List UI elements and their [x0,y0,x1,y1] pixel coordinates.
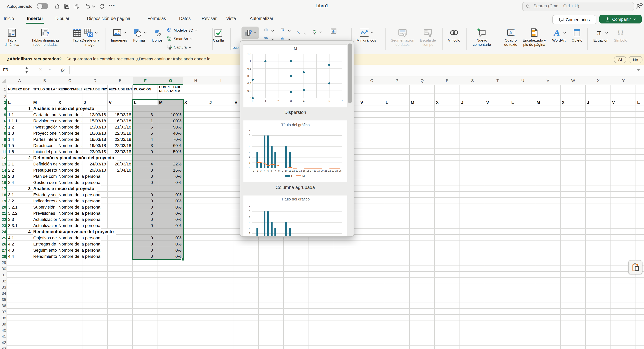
row-header-30[interactable]: 30 [0,266,6,271]
cell[interactable]: Directrices [33,143,56,148]
cell[interactable]: Nombre de la persona [58,210,101,216]
ribbon-item-tablas-dinamicas-recomendadas[interactable]: ?Tablas dinámicasrecomendadas [23,27,68,46]
cell[interactable]: Nombre de la persona [58,223,101,228]
ribbon-item-iconos[interactable]: Iconos [149,27,166,42]
row-header-24[interactable]: 24 [0,229,6,234]
cell[interactable]: 0 [133,247,153,253]
column-header-Z[interactable]: Z [636,77,644,85]
panel-scrollbar-thumb[interactable] [348,43,352,103]
cell[interactable]: 0% [158,210,182,216]
row-header-36[interactable]: 36 [0,303,6,308]
cell[interactable]: 28/03/18 [108,161,131,167]
column-header-U[interactable]: U [510,77,536,85]
column-header-B[interactable]: B [32,77,58,85]
ribbon-item-segmentacion-de-datos[interactable]: Segmentaciónde datos [388,27,418,46]
cell[interactable]: 70% [158,136,182,142]
column-header-C[interactable]: C [57,77,82,85]
cell-dayletter[interactable]: J [587,99,589,105]
cell[interactable]: Nombre de la p [58,149,82,154]
cell[interactable]: Nombre de la p [58,112,82,118]
cell-dayletter[interactable]: M [536,99,540,105]
row-header-4[interactable]: 4 [0,106,6,111]
cell-dayletter[interactable]: V [486,99,489,105]
ribbon-item-graficos-recomendados[interactable]: ? [242,27,259,38]
cell-dayletter[interactable]: M [411,99,414,105]
active-cell-F3[interactable] [133,100,158,105]
cell[interactable]: Nombre de la persona [58,180,101,185]
row-header-43[interactable]: 43 [0,346,6,349]
cell-section-title[interactable]: Análisis e inicio del proyecto [33,106,97,111]
ribbon-item-grafico-dinamico[interactable] [330,28,337,34]
cell[interactable]: 3.3 [8,216,14,222]
column-header-T[interactable]: T [485,77,510,85]
cell[interactable]: 3.2.1 [8,204,18,210]
column-header-G[interactable]: G [158,77,183,85]
name-box-spinner[interactable] [25,66,28,74]
cell-header[interactable]: FECHA DE INICIO [84,86,107,92]
cell-header[interactable]: COMPLETADODE LA TAREA [159,85,182,93]
cell[interactable]: Nombre de la persona [58,192,101,198]
cell[interactable]: 0 [133,198,153,204]
cell[interactable]: 18/03/18 [82,136,106,142]
cell[interactable]: Rendimiento c [33,253,56,259]
cell[interactable]: 90% [158,124,182,130]
cell-dayletter[interactable]: J [84,99,86,105]
cell[interactable]: 0 [133,180,153,185]
cell[interactable]: 1 [133,118,153,124]
row-header-17[interactable]: 17 [0,186,6,191]
cell-dayletter[interactable]: M [159,99,162,105]
cell[interactable]: 0% [158,204,182,210]
cell[interactable]: Investigación [33,124,56,130]
cell[interactable]: Nombre de la persona [58,198,101,204]
ribbon-item-vinculo[interactable]: Vínculo [445,27,463,42]
cell-header[interactable]: DURACIÓN [134,86,157,92]
cell[interactable]: 3.3.1 [8,223,18,228]
ribbon-item-nuevo-comentario[interactable]: Nuevocomentario [470,27,494,46]
cell-header[interactable]: RESPONSABLE D [58,86,82,92]
cell-dayletter[interactable]: L [386,99,388,105]
ribbon-item-grafico-relleno[interactable] [281,28,291,34]
tab-disposición-de-página[interactable]: Disposición de página [86,15,131,21]
cell[interactable]: Indicadores cl [33,198,56,204]
cell-dayletter[interactable]: X [58,99,61,105]
row-header-28[interactable]: 28 [0,254,6,258]
banner-yes-button[interactable]: Sí [614,56,626,63]
row-header-38[interactable]: 38 [0,315,6,320]
row-header-22[interactable]: 22 [0,217,6,221]
row-header-23[interactable]: 23 [0,223,6,228]
cell[interactable]: 0% [158,223,182,228]
tab-dibujar[interactable]: Dibujar [55,15,70,21]
cell[interactable]: 0% [158,253,182,259]
ribbon-item-minigraficos[interactable]: Minigráficos [354,27,379,42]
row-header-13[interactable]: 13 [0,161,6,166]
tab-datos[interactable]: Datos [178,15,192,21]
cell-dayletter[interactable]: V [234,99,238,105]
cell-dayletter[interactable]: J [461,99,463,105]
cell[interactable]: 22% [158,161,182,167]
cancel-icon[interactable]: ✕ [38,66,42,72]
cell[interactable]: 0 [133,192,153,198]
cell[interactable]: 0% [158,173,182,179]
cell[interactable]: Revisiones de [33,118,56,124]
ribbon-item-imagenes[interactable]: Imágenes [108,27,130,42]
people-presence-icon[interactable] [636,3,643,10]
cell[interactable]: Nombre de la persona [58,241,101,247]
cell-section-number[interactable]: 1 [7,106,30,111]
ribbon-item-wordart[interactable]: AWordArt [548,27,569,42]
cell[interactable]: Inicio del proy [33,149,56,154]
cell[interactable]: Seguimiento c [33,247,56,253]
row-header-18[interactable]: 18 [0,192,6,197]
cell[interactable]: 2/04/18 [108,167,131,173]
cell[interactable]: Plan de comun [33,173,56,179]
cell[interactable]: 12/03/18 [82,112,106,118]
row-header-16[interactable]: 16 [0,180,6,185]
row-header-41[interactable]: 41 [0,334,6,339]
cell[interactable]: 0 [133,210,153,216]
cell[interactable]: 0% [158,235,182,241]
name-box[interactable]: F3 [0,65,30,75]
cell[interactable]: 2.2 [8,167,14,173]
share-button[interactable]: Compartir [599,15,642,23]
cell[interactable]: 0 [133,149,153,154]
column-header-D[interactable]: D [82,77,108,85]
cell[interactable]: 21/03/18 [108,124,131,130]
